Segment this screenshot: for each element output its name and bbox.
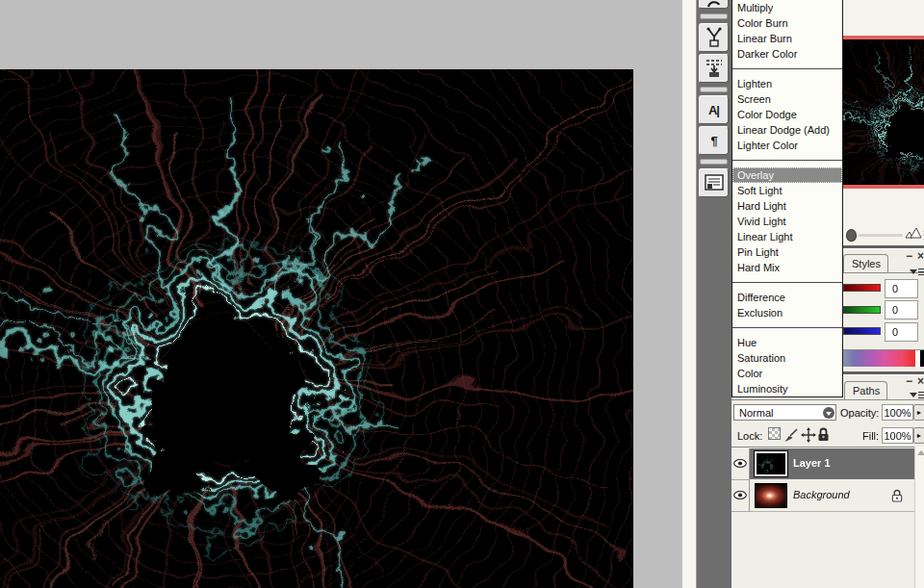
navigator-view-box[interactable] [839,36,924,189]
toolbar-separator [700,87,728,92]
layer-locked-padlock-icon [891,489,903,502]
layer-thumbnail[interactable] [755,483,787,508]
import-lines-tool-button[interactable] [699,54,729,83]
menu-item-pin-light[interactable]: Pin Light [732,244,842,260]
menu-separator [732,62,842,76]
tools-toolbar: A| ¶ [697,0,732,588]
photoshop-workspace: { "colors": { "view_border_red": "#e0625… [0,0,924,588]
menu-item-luminosity[interactable]: Luminosity [732,381,842,396]
paragraph-icon: ¶ [710,134,716,148]
menu-item-linear-burn[interactable]: Linear Burn [732,31,842,46]
menu-item-vivid-light[interactable]: Vivid Light [732,214,842,229]
zoom-mountains-icon[interactable] [905,226,922,239]
blue-channel-slider[interactable] [843,327,881,335]
visibility-toggle[interactable] [731,480,750,512]
close-icon[interactable]: × [917,251,924,261]
type-tool-icon: A| [708,103,719,117]
menu-item-saturation[interactable]: Saturation [732,350,842,366]
opacity-label: Opacity: [840,407,879,419]
notes-tool-button[interactable] [699,168,729,197]
window-edge-strip [682,0,697,588]
blue-value-field[interactable]: 0 [885,322,918,342]
menu-item-linear-light[interactable]: Linear Light [732,229,842,244]
opacity-field[interactable]: 100% [882,404,913,421]
layer-name: Background [793,489,850,500]
chevron-down-icon[interactable] [823,407,834,419]
notes-icon [705,174,724,192]
menu-item-linear-dodge-add[interactable]: Linear Dodge (Add) [732,122,842,138]
menu-item-hue[interactable]: Hue [732,335,842,350]
menu-item-color-burn[interactable]: Color Burn [732,15,842,31]
layer-row-body[interactable]: Background [750,480,914,512]
flyout-menu-icon [918,392,924,398]
green-channel-slider[interactable] [843,306,881,314]
color-spectrum-ramp[interactable] [843,349,924,367]
menu-item-soft-light[interactable]: Soft Light [732,183,842,198]
layer-thumbnail[interactable] [755,451,787,476]
menu-item-color-dodge[interactable]: Color Dodge [732,107,842,122]
menu-separator [732,275,842,290]
green-value-field[interactable]: 0 [885,300,918,320]
panel-flyout-button[interactable] [910,266,924,278]
navigator-thumbnail [843,39,924,185]
lock-paint-brush-icon[interactable] [784,427,800,442]
navigator-zoom-slider-thumb[interactable] [846,229,857,242]
layers-list: Layer 1 Background [731,447,924,588]
toolbar-separator [700,159,728,165]
menu-item-hard-mix[interactable]: Hard Mix [732,260,842,275]
lock-position-move-icon[interactable] [801,427,816,443]
fill-spinner-button[interactable]: ► [913,427,924,444]
document-canvas[interactable] [0,69,633,588]
menu-item-screen[interactable]: Screen [732,91,842,107]
lock-transparency-icon[interactable] [768,427,781,440]
type-tool-button[interactable]: A| [699,95,729,124]
layer-name: Layer 1 [793,457,831,469]
layer-row-background[interactable]: Background [731,480,924,511]
pen-curve-tool-button[interactable] [699,0,729,9]
layer-row-layer-1[interactable]: Layer 1 [731,448,924,479]
flyout-arrow-icon [910,393,917,397]
tab-paths[interactable]: Paths [844,381,887,400]
scroll-up-icon [917,450,924,455]
blend-mode-value: Normal [739,407,773,419]
tab-paths-label: Paths [853,385,880,396]
eye-icon [733,458,747,469]
paragraph-tool-button[interactable]: ¶ [699,126,729,155]
pen-curve-icon [706,0,723,8]
menu-item-exclusion[interactable]: Exclusion [732,305,842,320]
menu-separator [732,320,842,335]
menu-item-difference[interactable]: Difference [732,290,842,305]
tab-styles[interactable]: Styles [843,254,888,273]
visibility-toggle[interactable] [731,448,750,480]
menu-item-color[interactable]: Color [732,366,842,381]
tab-styles-label: Styles [852,258,881,269]
panel-flyout-button[interactable] [910,389,924,401]
menu-item-hard-light[interactable]: Hard Light [732,198,842,214]
minimize-icon[interactable]: − [906,376,912,386]
canvas-surround [0,0,682,588]
menu-separator [732,153,842,167]
fork-stamp-icon [705,27,724,48]
import-lines-icon [705,58,724,79]
menu-item-darker-color[interactable]: Darker Color [732,46,842,62]
menu-item-multiply[interactable]: Multiply [732,0,842,15]
menu-item-lighten[interactable]: Lighten [732,76,842,91]
navigator-zoom-slider-track[interactable] [859,234,903,237]
fork-stamp-tool-button[interactable] [699,23,729,52]
blend-mode-menu: MultiplyColor BurnLinear BurnDarker Colo… [732,0,843,397]
minimize-icon[interactable]: − [906,251,912,261]
layers-scrollbar[interactable] [914,447,924,588]
toolbar-separator [700,13,728,19]
layer-row-body[interactable]: Layer 1 [750,448,914,479]
red-channel-slider[interactable] [843,284,881,292]
menu-item-overlay[interactable]: Overlay [732,167,842,183]
menu-item-lighter-color[interactable]: Lighter Color [732,138,842,153]
red-value-field[interactable]: 0 [885,279,918,298]
blend-mode-select[interactable]: Normal [733,404,836,421]
close-icon[interactable]: × [917,376,924,386]
lock-all-padlock-icon[interactable] [817,427,830,442]
eye-icon [733,490,747,500]
fill-field[interactable]: 100% [882,427,913,444]
layer-thumbnail-image [757,453,785,474]
opacity-spinner-button[interactable]: ► [913,404,924,421]
